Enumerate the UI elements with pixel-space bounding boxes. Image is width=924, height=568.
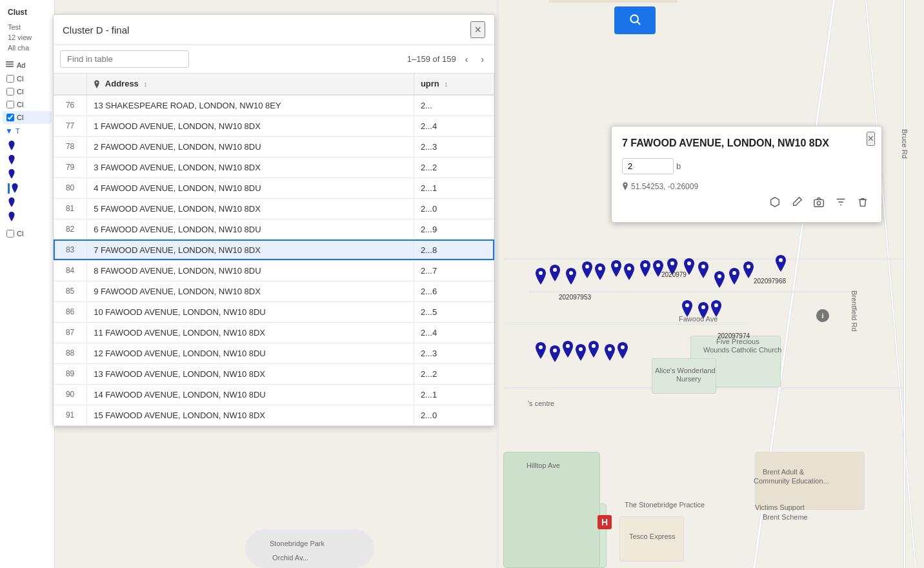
row-uprn: 2... <box>414 95 494 116</box>
map-pin[interactable] <box>548 265 561 285</box>
sidebar-checkbox-cl5[interactable] <box>6 230 14 238</box>
map-pin[interactable] <box>594 263 607 284</box>
table-row[interactable]: 848 FAWOOD AVENUE, LONDON, NW10 8DU2...7 <box>54 260 494 281</box>
sidebar-item-cl1[interactable]: Cl <box>3 72 52 85</box>
sidebar-pin-4-selected[interactable] <box>8 183 46 194</box>
sidebar-item-cl5[interactable]: Cl <box>3 227 52 240</box>
table-container[interactable]: Address ↕ uprn ↕ 7613 SHAKESPEARE ROAD, … <box>54 74 494 426</box>
table-row[interactable]: 8812 FAWOOD AVENUE, LONDON, NW10 8DU2...… <box>54 343 494 363</box>
svg-point-0 <box>539 271 543 275</box>
table-row[interactable]: 837 FAWOOD AVENUE, LONDON, NW10 8DX2...8 <box>54 239 494 260</box>
sidebar-pin-6[interactable] <box>8 212 46 222</box>
map-pin[interactable] <box>534 268 547 289</box>
search-row: 1–159 of 159 ‹ › <box>54 45 494 74</box>
layers-icon <box>5 61 14 70</box>
next-page-button[interactable]: › <box>477 52 488 67</box>
map-pin[interactable] <box>574 344 587 365</box>
svg-point-9 <box>670 261 674 265</box>
panel-close-button[interactable]: × <box>470 21 485 38</box>
table-row[interactable]: 771 FAWOOD AVENUE, LONDON, NW10 8DX2...4 <box>54 116 494 136</box>
map-pin[interactable] <box>616 342 629 363</box>
sidebar-pin-2[interactable] <box>8 155 46 165</box>
map-pin[interactable] <box>548 345 561 366</box>
sidebar-pin-3[interactable] <box>8 169 46 179</box>
col-uprn-header[interactable]: uprn ↕ <box>414 74 494 95</box>
map-pin[interactable] <box>728 268 741 289</box>
search-icon <box>628 13 641 26</box>
map-pin[interactable] <box>565 268 578 289</box>
row-uprn: 2...8 <box>414 239 494 260</box>
sidebar-item-ad[interactable]: Ad <box>3 58 52 72</box>
table-row[interactable]: 9014 FAWOOD AVENUE, LONDON, NW10 8DU2...… <box>54 384 494 405</box>
svg-rect-30 <box>6 61 14 63</box>
row-uprn: 2...4 <box>414 322 494 343</box>
table-row[interactable]: 793 FAWOOD AVENUE, LONDON, NW10 8DX2...2 <box>54 157 494 178</box>
table-row[interactable]: 782 FAWOOD AVENUE, LONDON, NW10 8DU2...3 <box>54 136 494 157</box>
map-pin[interactable] <box>774 255 787 276</box>
map-pin[interactable] <box>561 341 574 361</box>
map-pin[interactable] <box>713 271 726 292</box>
find-in-table-input[interactable] <box>60 50 189 68</box>
sidebar-checkbox-cl3[interactable] <box>6 101 14 108</box>
table-row[interactable]: 8711 FAWOOD AVENUE, LONDON, NW10 8DX2...… <box>54 322 494 343</box>
sidebar-label-cl3: Cl <box>17 101 23 108</box>
map-pin[interactable] <box>742 261 755 282</box>
sidebar-checkbox-cl4[interactable] <box>6 114 14 121</box>
popup-camera-button[interactable] <box>810 194 827 213</box>
map-pin[interactable] <box>639 260 652 281</box>
svg-point-31 <box>96 81 98 83</box>
row-number: 76 <box>54 95 87 116</box>
row-uprn: 2...5 <box>414 301 494 322</box>
sidebar-pin-1[interactable] <box>8 141 46 151</box>
prev-page-button[interactable]: ‹ <box>461 52 472 67</box>
popup-close-button[interactable]: × <box>867 132 875 146</box>
sidebar-pin-5[interactable] <box>8 198 46 208</box>
table-row[interactable]: 8913 FAWOOD AVENUE, LONDON, NW10 8DX2...… <box>54 363 494 384</box>
sidebar-item-t[interactable]: ▼ T <box>3 124 52 138</box>
svg-point-24 <box>608 347 612 351</box>
popup-delete-button[interactable] <box>854 194 871 213</box>
popup-hex-button[interactable] <box>767 194 783 213</box>
svg-point-25 <box>621 345 625 349</box>
map-search-button[interactable] <box>614 6 656 34</box>
table-row[interactable]: 9115 FAWOOD AVENUE, LONDON, NW10 8DX2...… <box>54 405 494 425</box>
svg-point-13 <box>732 271 736 275</box>
table-row[interactable]: 815 FAWOOD AVENUE, LONDON, NW10 8DX2...0 <box>54 198 494 219</box>
map-pin[interactable] <box>710 300 723 321</box>
table-row[interactable]: 7613 SHAKESPEARE ROAD, LONDON, NW10 8EY2… <box>54 95 494 116</box>
sidebar-item-cl2[interactable]: Cl <box>3 85 52 98</box>
popup-input-suffix: b <box>676 161 681 171</box>
map-pin[interactable] <box>681 300 694 321</box>
sidebar-item-cl3[interactable]: Cl <box>3 98 52 111</box>
popup-input[interactable] <box>622 158 674 174</box>
popup-filter-button[interactable] <box>832 194 849 213</box>
col-row-num <box>54 74 87 95</box>
popup-edit-button[interactable] <box>788 194 805 213</box>
map-pin[interactable] <box>534 342 547 363</box>
row-number: 89 <box>54 363 87 384</box>
svg-point-23 <box>592 344 596 348</box>
map-pin[interactable] <box>603 344 616 365</box>
map-pin[interactable] <box>697 302 710 323</box>
map-pin[interactable] <box>610 260 623 281</box>
svg-point-20 <box>553 349 557 352</box>
table-row[interactable]: 804 FAWOOD AVENUE, LONDON, NW10 8DU2...1 <box>54 178 494 198</box>
sidebar-checkbox-cl2[interactable] <box>6 88 14 96</box>
map-pin[interactable] <box>581 261 594 282</box>
map-label-centre: 's centre <box>528 400 554 407</box>
svg-point-14 <box>747 265 750 269</box>
sidebar-item-cl4[interactable]: Cl <box>3 111 52 124</box>
table-row[interactable]: 8610 FAWOOD AVENUE, LONDON, NW10 8DU2...… <box>54 301 494 322</box>
map-pin[interactable] <box>697 261 710 282</box>
table-row[interactable]: 859 FAWOOD AVENUE, LONDON, NW10 8DX2...6 <box>54 281 494 301</box>
map-pin[interactable] <box>587 341 600 361</box>
table-row[interactable]: 826 FAWOOD AVENUE, LONDON, NW10 8DU2...9 <box>54 219 494 239</box>
sidebar-checkbox-cl1[interactable] <box>6 75 14 83</box>
col-address-header[interactable]: Address ↕ <box>87 74 414 95</box>
row-address: 5 FAWOOD AVENUE, LONDON, NW10 8DX <box>87 198 414 219</box>
address-sort-icon[interactable]: ↕ <box>143 80 147 88</box>
map-pin[interactable] <box>623 263 636 284</box>
row-number: 90 <box>54 384 87 405</box>
popup-address: 7 FAWOOD AVENUE, LONDON, NW10 8DX <box>622 137 858 150</box>
uprn-sort-icon[interactable]: ↕ <box>444 80 448 88</box>
